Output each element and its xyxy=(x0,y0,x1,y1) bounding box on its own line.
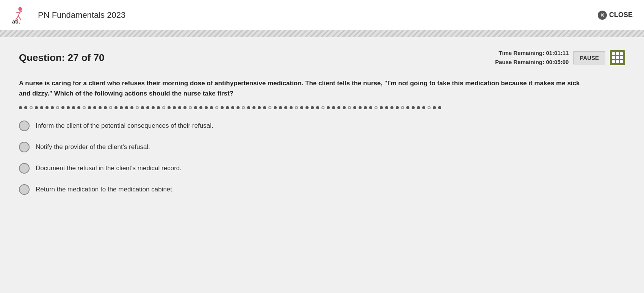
timer-text: Time Remaining: 01:01:11 Pause Remaining… xyxy=(495,49,569,67)
separator-dot xyxy=(417,106,420,109)
separator-dot xyxy=(162,106,165,109)
calc-dot-6 xyxy=(620,56,623,59)
radio-circle[interactable] xyxy=(19,121,30,131)
calc-dot-7 xyxy=(612,60,615,63)
radio-circle[interactable] xyxy=(19,163,30,174)
svg-text:ati.: ati. xyxy=(12,18,20,25)
separator-dot xyxy=(242,106,245,109)
separator-dot xyxy=(24,106,27,109)
radio-circle[interactable] xyxy=(19,184,30,195)
svg-line-1 xyxy=(18,11,20,16)
separator-dot xyxy=(311,106,314,109)
separator-dot xyxy=(300,106,303,109)
separator-dot xyxy=(221,106,224,109)
separator-dot xyxy=(152,106,155,109)
separator-dot xyxy=(385,106,388,109)
separator-dot xyxy=(364,106,367,109)
separator-dot xyxy=(99,106,102,109)
separator-dot xyxy=(316,106,319,109)
separator-dot xyxy=(77,106,80,109)
separator-dot xyxy=(30,106,33,109)
question-header-row: Question: 27 of 70 Time Remaining: 01:01… xyxy=(19,49,625,67)
separator-dot xyxy=(353,106,356,109)
separator-dot xyxy=(183,106,186,109)
separator-dot xyxy=(252,106,255,109)
separator-dot xyxy=(374,106,378,109)
separator-dot xyxy=(274,106,277,109)
question-label: Question: 27 of 70 xyxy=(19,52,104,64)
separator-dot xyxy=(56,106,59,109)
separator-dot xyxy=(83,106,86,109)
separator-dot xyxy=(72,106,75,109)
separator-dot xyxy=(348,106,351,109)
separator-dot xyxy=(268,106,271,109)
separator-dot xyxy=(61,106,64,109)
ati-logo: ati. xyxy=(11,6,30,25)
separator-dot xyxy=(433,106,436,109)
calc-dot-9 xyxy=(620,60,623,63)
separator-dot xyxy=(263,106,266,109)
separator-dot xyxy=(295,106,298,109)
separator-dot xyxy=(369,106,372,109)
option-text: Notify the provider of the client's refu… xyxy=(36,143,150,151)
separator-dot xyxy=(231,106,234,109)
stripe-divider xyxy=(0,30,644,37)
pause-remaining-row: Pause Remaining: 00:05:00 xyxy=(495,58,569,67)
question-text: A nurse is caring for a client who refus… xyxy=(19,78,588,99)
calc-dot-1 xyxy=(612,52,615,55)
separator-dot xyxy=(343,106,346,109)
separator-dot xyxy=(237,106,240,109)
option-item[interactable]: Notify the provider of the client's refu… xyxy=(19,142,625,152)
separator-dot xyxy=(173,106,176,109)
separator-dot xyxy=(45,106,49,109)
option-item[interactable]: Inform the client of the potential conse… xyxy=(19,121,625,131)
option-item[interactable]: Return the medication to the medication … xyxy=(19,184,625,195)
separator-dot xyxy=(114,106,118,109)
time-remaining-label: Time Remaining: xyxy=(499,50,545,56)
close-button[interactable]: ✕ CLOSE xyxy=(598,11,633,20)
separator-dot xyxy=(247,106,250,109)
calculator-button[interactable] xyxy=(610,50,625,65)
separator-dot xyxy=(125,106,128,109)
separator-dot xyxy=(284,106,287,109)
calc-dot-8 xyxy=(616,60,619,63)
separator-dot xyxy=(189,106,192,109)
separator-dot xyxy=(210,106,213,109)
separator-dot xyxy=(67,106,70,109)
separator-dot xyxy=(412,106,415,109)
dot-separator xyxy=(19,106,625,109)
separator-dot xyxy=(141,106,144,109)
option-item[interactable]: Document the refusal in the client's med… xyxy=(19,163,625,174)
separator-dot xyxy=(130,106,133,109)
options-list: Inform the client of the potential conse… xyxy=(19,121,625,195)
separator-dot xyxy=(406,106,409,109)
time-remaining-value: 01:01:11 xyxy=(546,50,569,56)
separator-dot xyxy=(258,106,261,109)
separator-dot xyxy=(109,106,112,109)
pause-button[interactable]: PAUSE xyxy=(573,51,605,64)
close-label: CLOSE xyxy=(609,11,633,19)
radio-circle[interactable] xyxy=(19,142,30,152)
option-text: Document the refusal in the client's med… xyxy=(36,165,182,172)
separator-dot xyxy=(120,106,123,109)
pause-remaining-label: Pause Remaining: xyxy=(495,59,544,65)
svg-point-0 xyxy=(18,7,22,11)
separator-dot xyxy=(226,106,229,109)
separator-dot xyxy=(396,106,399,109)
separator-dot xyxy=(332,106,335,109)
header-title: PN Fundamentals 2023 xyxy=(38,10,125,20)
separator-dot xyxy=(380,106,383,109)
separator-dot xyxy=(390,106,393,109)
calc-dot-4 xyxy=(612,56,615,59)
separator-dot xyxy=(321,106,324,109)
separator-dot xyxy=(199,106,202,109)
header-left: ati. PN Fundamentals 2023 xyxy=(11,6,125,25)
separator-dot xyxy=(422,106,425,109)
calc-dot-2 xyxy=(616,52,619,55)
option-text: Return the medication to the medication … xyxy=(36,186,174,193)
calc-dot-3 xyxy=(620,52,623,55)
separator-dot xyxy=(290,106,293,109)
separator-dot xyxy=(194,106,197,109)
calc-dot-5 xyxy=(616,56,619,59)
separator-dot xyxy=(279,106,282,109)
